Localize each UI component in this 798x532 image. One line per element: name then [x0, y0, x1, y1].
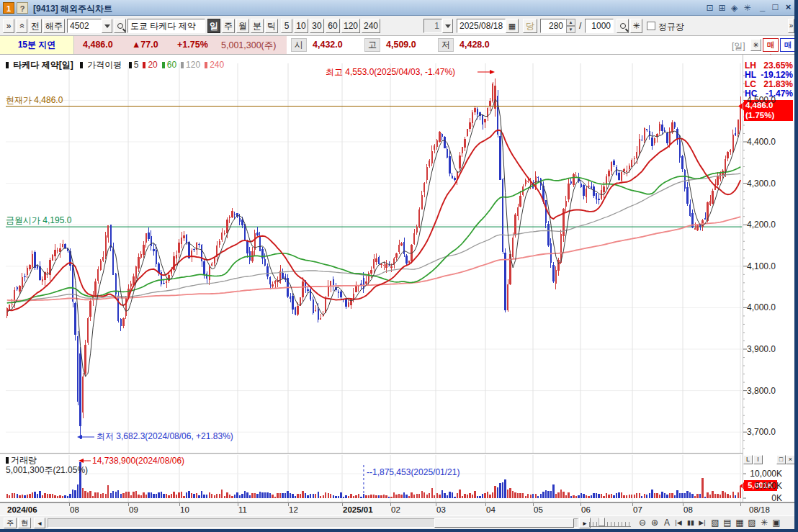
- axis-separator: [743, 55, 743, 502]
- overseas-button[interactable]: 해주: [43, 19, 65, 33]
- auto-scale-button[interactable]: A: [661, 517, 673, 528]
- chart-legend: 타케다 제약[일] 가격이평 52060120240: [6, 59, 224, 71]
- title-bar[interactable]: 1 ? [9413] 해외주식차트 ⊡ ⊞ ◈ ✳ _ □ ×: [0, 0, 794, 16]
- regular-session-label: 정규장: [658, 22, 684, 32]
- stock-name-field[interactable]: 도쿄 타케다 제약: [127, 19, 205, 33]
- all-markets-button[interactable]: 전: [29, 19, 42, 33]
- x-axis-label: 07: [633, 505, 642, 514]
- max-count-field[interactable]: 1000: [585, 19, 614, 33]
- count-dropdown-button[interactable]: [442, 19, 453, 33]
- maximize-button[interactable]: □: [769, 1, 781, 14]
- sell-button[interactable]: 매도: [780, 38, 796, 52]
- zoom-out-icon[interactable]: ⊖: [637, 517, 648, 528]
- settings-icon[interactable]: ✳: [742, 2, 753, 14]
- week-toggle-button[interactable]: 주: [4, 518, 17, 528]
- period-month-tab[interactable]: 월: [236, 19, 249, 33]
- legend-ma-title: 가격이평: [87, 60, 122, 70]
- x-axis-label: 06: [581, 505, 591, 514]
- date-input[interactable]: 2025/08/18: [457, 19, 506, 33]
- period-day-tab[interactable]: 일: [207, 19, 220, 33]
- pin-window-icon[interactable]: ⊞: [717, 2, 727, 14]
- window-title: [9413] 해외주식차트: [33, 3, 112, 15]
- minute-240-button[interactable]: 240: [362, 19, 380, 33]
- spinner-down-icon[interactable]: ▼: [566, 26, 575, 33]
- pause-icon[interactable]: ▮▮: [685, 517, 696, 528]
- legend-square-icon: [162, 62, 165, 68]
- zoom-slider-thumb[interactable]: [598, 518, 605, 526]
- period-week-tab[interactable]: 주: [222, 19, 235, 33]
- more-toolbar-button[interactable]: »: [788, 19, 794, 33]
- close-button[interactable]: ×: [782, 1, 794, 14]
- prev-stock-button[interactable]: »: [3, 19, 14, 33]
- zoom-slider[interactable]: [589, 519, 631, 527]
- dang-button[interactable]: 당: [523, 19, 537, 33]
- bar-count-stepper[interactable]: ▲ ▼: [566, 19, 575, 33]
- table-icon[interactable]: ▦: [734, 517, 745, 528]
- price-info-bar: 15분 지연 4,486.0 ▲77.0 +1.75% 5,001,300(주)…: [0, 36, 794, 55]
- period-tick-tab[interactable]: 틱: [265, 19, 278, 33]
- panel-splitter[interactable]: [0, 453, 743, 455]
- gear-icon: ✳: [753, 41, 758, 49]
- ma20-line: [7, 130, 740, 310]
- legend-square-icon: [143, 62, 145, 68]
- range-stat-row: LH23.65%: [745, 61, 793, 70]
- code-dropdown-button[interactable]: [102, 19, 112, 33]
- low-value: 4,428.0: [459, 40, 490, 50]
- chart-image-icon[interactable]: ▨: [746, 517, 758, 528]
- period-minute-tab[interactable]: 분: [251, 19, 264, 33]
- fullscreen-icon[interactable]: ▣: [771, 517, 782, 528]
- legend-square-icon: [80, 62, 83, 68]
- calendar-icon[interactable]: ▦: [506, 19, 519, 33]
- chevron-down-icon: [104, 24, 110, 31]
- slash-label: /: [579, 21, 581, 31]
- minute-30-button[interactable]: 30: [310, 19, 324, 33]
- help-icon[interactable]: ?: [17, 2, 28, 14]
- export-chart-icon[interactable]: ▧: [709, 517, 721, 528]
- buy-button[interactable]: 매수: [763, 38, 779, 52]
- zoom-in-icon[interactable]: ⊕: [649, 517, 660, 528]
- panel-i-button[interactable]: I: [753, 455, 763, 464]
- range-stat-row: HL-19.12%: [745, 71, 793, 79]
- window-frame: [0, 529, 798, 532]
- scroll-left-button[interactable]: ◂: [34, 518, 45, 528]
- count-input[interactable]: 1: [423, 19, 442, 33]
- legend-title: 타케다 제약[일]: [13, 60, 73, 70]
- price-axis-label: 4,200.0: [747, 220, 776, 230]
- minimize-button[interactable]: _: [756, 1, 768, 14]
- gear-icon[interactable]: ✳: [758, 517, 770, 528]
- delay-badge: 15분 지연: [0, 36, 74, 54]
- step-back-icon[interactable]: |◀: [673, 517, 684, 528]
- chart-scrollbar-thumb[interactable]: [434, 518, 574, 528]
- chart-settings-button[interactable]: ✳: [630, 19, 642, 33]
- regular-session-checkbox[interactable]: [647, 22, 655, 30]
- bar-count-input[interactable]: 280: [540, 19, 566, 33]
- capture-icon[interactable]: ◈: [729, 2, 740, 14]
- low-annotation: 최저 3,682.3(2024/08/06, +21.83%): [97, 431, 233, 441]
- panel-l-button[interactable]: L: [743, 455, 753, 464]
- minute-120-button[interactable]: 120: [341, 19, 360, 33]
- price-axis-label: 3,700.0: [747, 427, 776, 437]
- minute-10-button[interactable]: 10: [294, 19, 308, 33]
- legend-square-icon: [6, 62, 9, 68]
- stock-code-input[interactable]: 4502: [67, 19, 102, 33]
- x-axis-label: 08: [70, 505, 79, 514]
- chart-gear-button[interactable]: ✳: [750, 39, 761, 51]
- high-annotation: 최고 4,553.0(2025/04/03, -1.47%): [326, 67, 455, 77]
- now-toggle-button[interactable]: 현: [18, 518, 31, 528]
- zoom-search-button[interactable]: [617, 19, 629, 33]
- volume-axis-label: 10,000K: [743, 469, 782, 479]
- search-button[interactable]: [114, 19, 126, 33]
- step-forward-icon[interactable]: ▶|: [696, 517, 708, 528]
- legend-ma-period: 5: [134, 60, 139, 70]
- save-icon[interactable]: ▤: [722, 517, 733, 528]
- window-frame: [794, 0, 798, 532]
- spinner-up-icon[interactable]: ▲: [566, 19, 575, 26]
- period-tag: [일]: [732, 40, 745, 53]
- panel-restore-icon[interactable]: □: [776, 455, 786, 464]
- minute-5-button[interactable]: 5: [281, 19, 292, 33]
- x-axis-label: 2025/01: [343, 505, 373, 514]
- expand-down-button[interactable]: »: [16, 19, 27, 33]
- minute-60-button[interactable]: 60: [326, 19, 340, 33]
- popout-icon[interactable]: ⊡: [704, 2, 715, 14]
- volume-current: 5,001,300주(21.05%): [6, 465, 88, 475]
